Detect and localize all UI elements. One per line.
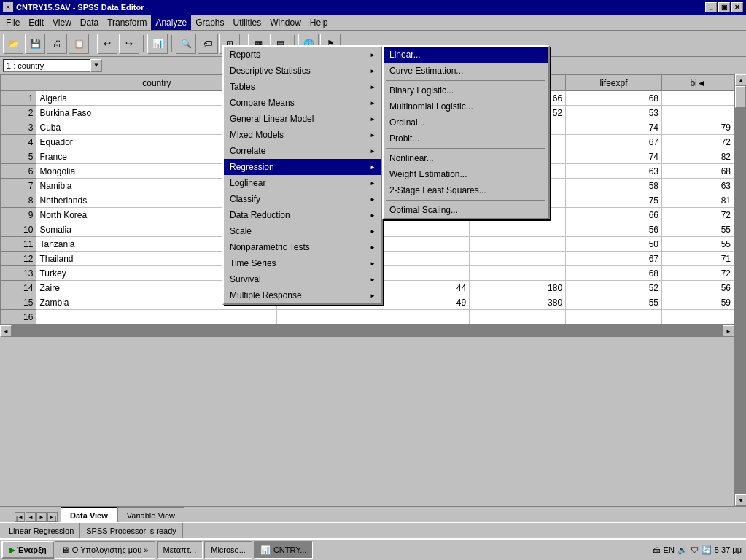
tab-last-btn[interactable]: ►| (47, 512, 58, 522)
cell-9-bi[interactable]: 72 (661, 208, 734, 222)
scroll-left-btn[interactable]: ◄ (0, 325, 12, 337)
regression-2sls[interactable]: 2-Stage Least Squares... (384, 182, 548, 198)
menu-correlate[interactable]: Correlate► (224, 143, 381, 159)
regression-nonlinear[interactable]: Nonlinear... (384, 150, 548, 166)
cell-15-gdp[interactable]: 49 (373, 295, 470, 310)
close-button[interactable]: ✕ (731, 2, 743, 12)
print-button[interactable]: 🖨 (47, 34, 67, 54)
cell-14-gdp[interactable]: 44 (373, 281, 470, 295)
chart-button[interactable]: 📊 (147, 34, 168, 54)
menu-tables[interactable]: Tables► (224, 79, 381, 95)
cell-ref-input[interactable] (3, 59, 90, 72)
menu-regression[interactable]: Regression► (224, 159, 381, 175)
cell-11-gdp[interactable] (373, 237, 470, 252)
cell-16-lifeexpm[interactable] (470, 310, 566, 324)
cell-14-bi[interactable]: 56 (661, 281, 734, 295)
cell-ref-dropdown[interactable]: ▼ (90, 59, 102, 72)
menu-view[interactable]: View (48, 15, 76, 30)
cell-4-lifeexpf[interactable]: 67 (566, 135, 662, 149)
cell-3-bi[interactable]: 79 (661, 120, 734, 135)
tab-first-btn[interactable]: |◄ (15, 512, 25, 522)
menu-utilities[interactable]: Utilities (228, 15, 265, 30)
menu-scale[interactable]: Scale► (224, 223, 381, 239)
cell-5-bi[interactable]: 82 (661, 149, 734, 164)
cell-10-bi[interactable]: 55 (661, 222, 734, 237)
open-button[interactable]: 📂 (3, 34, 23, 54)
tab-prev-btn[interactable]: ◄ (26, 512, 36, 522)
horizontal-scrollbar[interactable]: ◄ ► (0, 324, 734, 336)
cell-14-lifeexpf[interactable]: 52 (566, 281, 662, 295)
cell-15-lifeexpm[interactable]: 380 (470, 295, 566, 310)
col-header-lifeexpf[interactable]: lifeexpf (566, 75, 662, 91)
cell-8-lifeexpf[interactable]: 75 (566, 193, 662, 208)
scroll-up-btn[interactable]: ▲ (735, 74, 746, 86)
scroll-v-thumb[interactable] (735, 86, 745, 108)
cell-11-lifeexpf[interactable]: 50 (566, 237, 662, 252)
scroll-v-track[interactable] (735, 86, 746, 494)
regression-probit[interactable]: Probit... (384, 131, 548, 147)
cell-11-lifeexpm[interactable] (470, 237, 566, 252)
regression-ordinal[interactable]: Ordinal... (384, 114, 548, 131)
scroll-down-btn[interactable]: ▼ (735, 494, 746, 506)
menu-compare-means[interactable]: Compare Means► (224, 95, 381, 111)
cell-12-bi[interactable]: 71 (661, 252, 734, 266)
menu-analyze[interactable]: Analyze (151, 15, 191, 30)
menu-time-series[interactable]: Time Series► (224, 255, 381, 271)
menu-mixed-models[interactable]: Mixed Models► (224, 127, 381, 143)
tab-next-btn[interactable]: ► (36, 512, 47, 522)
menu-nonparametric[interactable]: Nonparametric Tests► (224, 239, 381, 255)
tab-variable-view[interactable]: Variable View (117, 508, 184, 522)
regression-weight-est[interactable]: Weight Estimation... (384, 166, 548, 182)
cell-10-lifeexpm[interactable] (470, 222, 566, 237)
cell-7-lifeexpf[interactable]: 58 (566, 179, 662, 193)
scroll-right-btn[interactable]: ► (723, 325, 734, 337)
cell-16-country[interactable] (36, 310, 277, 324)
redo-button[interactable]: ↪ (119, 34, 139, 54)
cell-9-lifeexpf[interactable]: 66 (566, 208, 662, 222)
menu-graphs[interactable]: Graphs (191, 15, 228, 30)
cell-13-lifeexpm[interactable] (470, 266, 566, 281)
cell-13-gdp[interactable] (373, 266, 470, 281)
cell-12-lifeexpf[interactable]: 67 (566, 252, 662, 266)
col-header-bi[interactable]: bi◄ (661, 75, 734, 91)
cell-15-lifeexpf[interactable]: 55 (566, 295, 662, 310)
menu-reports[interactable]: Reports► (224, 47, 381, 63)
taskbar-cntry[interactable]: 📊 CNTRY... (254, 541, 313, 559)
regression-binary-logistic[interactable]: Binary Logistic... (384, 82, 548, 98)
recall-button[interactable]: 📋 (69, 34, 89, 54)
cell-10-lifeexpf[interactable]: 56 (566, 222, 662, 237)
cell-15-bi[interactable]: 59 (661, 295, 734, 310)
menu-edit[interactable]: Edit (24, 15, 48, 30)
taskbar-metapt[interactable]: Μεταπτ... (157, 541, 203, 559)
cell-5-lifeexpf[interactable]: 74 (566, 149, 662, 164)
cell-16-bi[interactable] (661, 310, 734, 324)
cell-1-bi[interactable] (661, 91, 734, 106)
find-button[interactable]: 🔍 (176, 34, 196, 54)
restore-button[interactable]: ▣ (718, 2, 730, 12)
cell-7-bi[interactable]: 63 (661, 179, 734, 193)
cell-16-gdp[interactable] (373, 310, 470, 324)
cell-1-lifeexpf[interactable]: 68 (566, 91, 662, 106)
cell-3-lifeexpf[interactable]: 74 (566, 120, 662, 135)
cell-6-bi[interactable]: 68 (661, 164, 734, 179)
menu-descriptive-stats[interactable]: Descriptive Statistics► (224, 63, 381, 79)
menu-transform[interactable]: Transform (103, 15, 151, 30)
cell-11-bi[interactable]: 55 (661, 237, 734, 252)
cell-6-lifeexpf[interactable]: 63 (566, 164, 662, 179)
menu-loglinear[interactable]: Loglinear► (224, 175, 381, 191)
vertical-scrollbar[interactable]: ▲ ▼ (734, 74, 746, 506)
tab-data-view[interactable]: Data View (61, 508, 117, 522)
label-button[interactable]: 🏷 (198, 34, 218, 54)
cell-8-bi[interactable]: 81 (661, 193, 734, 208)
cell-16-lifeexpf[interactable] (566, 310, 662, 324)
taskbar-micro[interactable]: Microso... (204, 541, 252, 559)
cell-12-gdp[interactable] (373, 252, 470, 266)
menu-file[interactable]: File (1, 15, 24, 30)
menu-help[interactable]: Help (306, 15, 333, 30)
cell-13-bi[interactable]: 72 (661, 266, 734, 281)
regression-multinomial[interactable]: Multinomial Logistic... (384, 98, 548, 114)
menu-data-reduction[interactable]: Data Reduction► (224, 207, 381, 223)
menu-classify[interactable]: Classify► (224, 191, 381, 207)
regression-optimal-scaling[interactable]: Optimal Scaling... (384, 202, 548, 218)
cell-2-lifeexpf[interactable]: 53 (566, 106, 662, 120)
